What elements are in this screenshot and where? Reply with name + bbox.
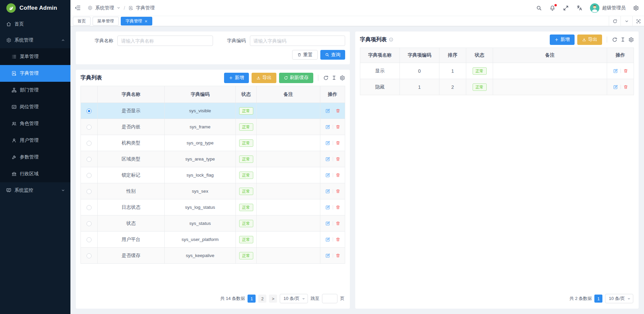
dict-item-table-row[interactable]: 隐藏 1 2 正常 xyxy=(360,79,634,95)
dict-table-row[interactable]: 用户平台 sys_user_platform 正常 xyxy=(81,232,345,248)
edit-icon[interactable] xyxy=(613,84,618,90)
delete-icon[interactable] xyxy=(335,140,340,145)
dict-list-card: 字典列表 新增 xyxy=(76,70,350,309)
tab-home[interactable]: 首页 xyxy=(73,17,91,25)
delete-icon[interactable] xyxy=(335,205,340,210)
query-button[interactable]: 查询 xyxy=(320,50,345,60)
topbar: 系统管理 / 字典管理 xyxy=(70,0,644,16)
jump-page-input[interactable] xyxy=(322,294,337,303)
delete-icon[interactable] xyxy=(335,189,340,194)
search-icon[interactable] xyxy=(536,5,542,11)
edit-icon[interactable] xyxy=(325,173,330,178)
delete-icon[interactable] xyxy=(335,253,340,258)
edit-icon[interactable] xyxy=(325,108,330,114)
add-dict-item-button[interactable]: 新增 xyxy=(550,35,575,45)
row-height-icon[interactable] xyxy=(331,75,337,80)
row-select-radio[interactable] xyxy=(87,125,92,130)
delete-icon[interactable] xyxy=(335,156,340,162)
tab-menu-chevron-icon[interactable] xyxy=(621,16,632,26)
dict-table-row[interactable]: 是否缓存 sys_keepalive 正常 xyxy=(81,248,345,264)
row-select-radio[interactable] xyxy=(87,205,92,210)
breadcrumb-root[interactable]: 系统管理 xyxy=(95,5,114,11)
settings-gear-icon[interactable] xyxy=(633,5,639,11)
row-height-icon[interactable] xyxy=(620,37,626,42)
export-dict-button[interactable]: 导出 xyxy=(252,73,276,83)
dict-table-row[interactable]: 锁定标记 sys_lock_flag 正常 xyxy=(81,167,345,183)
sidebar-item-role-mgmt[interactable]: 角色管理 xyxy=(0,115,70,132)
column-settings-gear-icon[interactable] xyxy=(339,75,345,81)
dict-code-input[interactable] xyxy=(250,36,345,46)
sidebar-item-region-mgmt[interactable]: 行政区域 xyxy=(0,166,70,182)
page-size-select[interactable]: 10 条/页 xyxy=(280,294,308,303)
row-select-radio[interactable] xyxy=(87,237,92,242)
delete-icon[interactable] xyxy=(623,68,628,73)
user-menu[interactable]: 超级管理员 xyxy=(590,3,626,13)
page-size-select[interactable]: 10 条/页 xyxy=(605,294,633,303)
edit-icon[interactable] xyxy=(325,205,330,210)
edit-icon[interactable] xyxy=(325,253,330,258)
edit-icon[interactable] xyxy=(613,68,618,74)
collapse-sidebar-icon[interactable] xyxy=(74,5,81,11)
sidebar-item-param-mgmt[interactable]: 参数管理 xyxy=(0,149,70,166)
fullscreen-icon[interactable] xyxy=(563,5,569,11)
row-select-radio[interactable] xyxy=(87,109,92,114)
dict-code-field: 字典编码 xyxy=(213,36,345,46)
dict-table-row[interactable]: 区域类型 sys_area_type 正常 xyxy=(81,151,345,167)
page-button-2[interactable]: 2 xyxy=(258,295,266,303)
delete-icon[interactable] xyxy=(335,237,340,242)
row-select-radio[interactable] xyxy=(87,141,92,146)
page-button-1[interactable]: 1 xyxy=(248,295,256,303)
edit-icon[interactable] xyxy=(325,237,330,242)
sidebar-item-post-mgmt[interactable]: 岗位管理 xyxy=(0,99,70,115)
column-settings-gear-icon[interactable] xyxy=(628,37,634,43)
delete-icon[interactable] xyxy=(335,173,340,178)
dict-table-row[interactable]: 性别 sys_sex 正常 xyxy=(81,183,345,199)
translate-icon[interactable] xyxy=(576,5,583,11)
row-select-radio[interactable] xyxy=(87,173,92,178)
sidebar-item-dict-mgmt[interactable]: 字典管理 xyxy=(0,65,70,82)
row-select-radio[interactable] xyxy=(87,189,92,194)
dict-table-row[interactable]: 日志状态 sys_log_status 正常 xyxy=(81,199,345,215)
reset-button[interactable]: 重置 xyxy=(292,50,318,60)
dict-item-table-row[interactable]: 显示 0 1 正常 xyxy=(360,63,634,79)
refresh-table-icon[interactable] xyxy=(612,37,618,43)
dict-table-row[interactable]: 是否内嵌 sys_frame 正常 xyxy=(81,119,345,135)
delete-icon[interactable] xyxy=(335,221,340,226)
notifications-bell-icon[interactable] xyxy=(549,5,555,11)
logo[interactable]: Coffee Admin xyxy=(0,0,70,16)
dict-table-row[interactable]: 状态 sys_status 正常 xyxy=(81,215,345,232)
add-label: 新增 xyxy=(560,37,570,43)
refresh-tabs-icon[interactable] xyxy=(609,16,621,26)
row-select-radio[interactable] xyxy=(87,157,92,162)
delete-icon[interactable] xyxy=(335,108,340,113)
row-select-radio[interactable] xyxy=(87,221,92,226)
dict-name-input[interactable] xyxy=(117,36,213,46)
info-icon[interactable] xyxy=(389,37,393,42)
edit-icon[interactable] xyxy=(325,140,330,146)
sidebar-item-dept-mgmt[interactable]: 部门管理 xyxy=(0,82,70,99)
sidebar-item-system-monitor[interactable]: 系统监控 xyxy=(0,182,70,198)
tab-menu-mgmt[interactable]: 菜单管理 xyxy=(93,17,119,25)
dict-table-row[interactable]: 是否显示 sys_visible 正常 xyxy=(81,103,345,119)
sidebar-item-system-mgmt[interactable]: 系统管理 xyxy=(0,32,70,48)
delete-icon[interactable] xyxy=(623,84,628,89)
add-dict-button[interactable]: 新增 xyxy=(224,73,249,83)
sidebar-item-user-mgmt[interactable]: 用户管理 xyxy=(0,132,70,149)
maximize-view-icon[interactable] xyxy=(632,16,644,26)
sidebar-item-home[interactable]: 首页 xyxy=(0,16,70,32)
row-select-radio[interactable] xyxy=(87,253,92,258)
close-tab-icon[interactable] xyxy=(145,20,148,23)
dict-table-row[interactable]: 机构类型 sys_org_type 正常 xyxy=(81,135,345,151)
edit-icon[interactable] xyxy=(325,221,330,226)
next-page-button[interactable]: > xyxy=(269,295,277,303)
refresh-cache-button[interactable]: 刷新缓存 xyxy=(279,73,313,83)
sidebar-item-menu-mgmt[interactable]: 菜单管理 xyxy=(0,48,70,65)
tab-dict-mgmt[interactable]: 字典管理 xyxy=(121,17,152,25)
page-button-1[interactable]: 1 xyxy=(594,295,602,303)
delete-icon[interactable] xyxy=(335,124,340,129)
edit-icon[interactable] xyxy=(325,189,330,194)
export-dict-item-button[interactable]: 导出 xyxy=(577,35,602,45)
refresh-table-icon[interactable] xyxy=(323,75,329,81)
edit-icon[interactable] xyxy=(325,124,330,130)
edit-icon[interactable] xyxy=(325,156,330,162)
